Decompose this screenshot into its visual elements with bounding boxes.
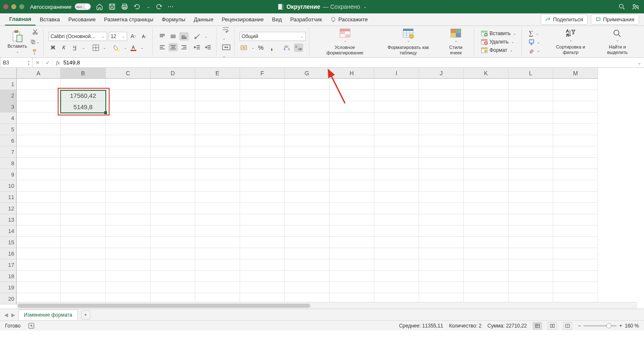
cell-H1[interactable] — [330, 79, 374, 90]
cell-G3[interactable] — [285, 101, 330, 113]
cell-B5[interactable] — [61, 124, 106, 135]
cell-G4[interactable] — [285, 113, 330, 124]
cell-H17[interactable] — [330, 259, 374, 271]
cell-B3[interactable]: 5149,8 — [61, 101, 106, 113]
cell-J4[interactable] — [419, 113, 464, 124]
row-header-8[interactable]: 8 — [0, 158, 17, 169]
cell-I3[interactable] — [374, 101, 419, 113]
cell-F7[interactable] — [240, 146, 285, 158]
cell-G19[interactable] — [285, 282, 330, 293]
cell-F16[interactable] — [240, 248, 285, 259]
cells-area[interactable]: 17560,425149,8 — [17, 79, 598, 304]
row-header-6[interactable]: 6 — [0, 135, 17, 146]
comments-button[interactable]: Примечания — [591, 14, 639, 25]
cell-G8[interactable] — [285, 158, 330, 169]
cell-D3[interactable] — [151, 101, 195, 113]
cell-L6[interactable] — [509, 135, 553, 146]
cell-K9[interactable] — [464, 169, 509, 180]
row-header-10[interactable]: 10 — [0, 180, 17, 192]
cell-E2[interactable] — [195, 90, 240, 101]
align-middle-icon[interactable] — [169, 32, 178, 41]
cell-I7[interactable] — [374, 146, 419, 158]
cell-G11[interactable] — [285, 192, 330, 203]
col-header-G[interactable]: G — [285, 68, 330, 79]
cell-F2[interactable] — [240, 90, 285, 101]
cell-G7[interactable] — [285, 146, 330, 158]
cell-K13[interactable] — [464, 214, 509, 225]
cell-B11[interactable] — [61, 192, 106, 203]
sort-filter-button[interactable]: AЯ ⌄ Сортировка и фильтр — [546, 28, 595, 55]
cell-G17[interactable] — [285, 259, 330, 271]
cell-J16[interactable] — [419, 248, 464, 259]
share-icon[interactable] — [631, 3, 640, 10]
fill-color-icon[interactable] — [112, 43, 121, 52]
row-header-13[interactable]: 13 — [0, 214, 17, 225]
cell-E12[interactable] — [195, 203, 240, 214]
fill-button[interactable]: ⌄ — [527, 38, 542, 46]
row-header-17[interactable]: 17 — [0, 259, 17, 271]
cell-A2[interactable] — [17, 90, 61, 101]
underline-button[interactable]: Ч — [70, 43, 79, 52]
cell-A9[interactable] — [17, 169, 61, 180]
cell-G18[interactable] — [285, 271, 330, 282]
cell-K10[interactable] — [464, 180, 509, 192]
cell-B8[interactable] — [61, 158, 106, 169]
cell-L4[interactable] — [509, 113, 553, 124]
col-header-H[interactable]: H — [330, 68, 374, 79]
cell-A5[interactable] — [17, 124, 61, 135]
cell-F19[interactable] — [240, 282, 285, 293]
cell-D11[interactable] — [151, 192, 195, 203]
tab-layout[interactable]: Разметка страницы — [100, 13, 158, 26]
cell-G16[interactable] — [285, 248, 330, 259]
cell-E13[interactable] — [195, 214, 240, 225]
cell-J14[interactable] — [419, 225, 464, 237]
align-right-icon[interactable] — [179, 43, 189, 51]
cell-E18[interactable] — [195, 271, 240, 282]
zoom-slider[interactable] — [583, 325, 617, 327]
cell-D17[interactable] — [151, 259, 195, 271]
row-header-2[interactable]: 2 — [0, 90, 17, 101]
increase-font-icon[interactable]: A↑ — [129, 32, 138, 41]
cell-G13[interactable] — [285, 214, 330, 225]
cell-H7[interactable] — [330, 146, 374, 158]
cell-J7[interactable] — [419, 146, 464, 158]
autosave-toggle[interactable]: Автосохранение вкл. — [30, 3, 91, 10]
cell-C2[interactable] — [106, 90, 151, 101]
cell-G2[interactable] — [285, 90, 330, 101]
delete-cells-button[interactable]: Удалить⌄ — [479, 38, 518, 46]
cell-J8[interactable] — [419, 158, 464, 169]
cell-K8[interactable] — [464, 158, 509, 169]
view-normal-icon[interactable] — [533, 322, 542, 330]
cell-I18[interactable] — [374, 271, 419, 282]
cell-M13[interactable] — [553, 214, 598, 225]
increase-indent-icon[interactable] — [204, 43, 213, 51]
cell-C6[interactable] — [106, 135, 151, 146]
cell-L3[interactable] — [509, 101, 553, 113]
cell-F17[interactable] — [240, 259, 285, 271]
tab-home[interactable]: Главная — [5, 13, 36, 26]
cell-L14[interactable] — [509, 225, 553, 237]
cell-L1[interactable] — [509, 79, 553, 90]
cell-D10[interactable] — [151, 180, 195, 192]
cell-J12[interactable] — [419, 203, 464, 214]
cell-I10[interactable] — [374, 180, 419, 192]
autosum-button[interactable]: ∑⌄ — [527, 29, 542, 38]
cell-H8[interactable] — [330, 158, 374, 169]
format-table-button[interactable]: ⌄ Форматировать как таблицу — [377, 27, 440, 56]
cell-styles-button[interactable]: ⌄ Стили ячеек — [441, 27, 471, 56]
cell-H19[interactable] — [330, 282, 374, 293]
cell-B13[interactable] — [61, 214, 106, 225]
cell-K3[interactable] — [464, 101, 509, 113]
cell-F4[interactable] — [240, 113, 285, 124]
cell-J2[interactable] — [419, 90, 464, 101]
cell-F12[interactable] — [240, 203, 285, 214]
cell-J5[interactable] — [419, 124, 464, 135]
col-header-M[interactable]: M — [553, 68, 598, 79]
cell-J17[interactable] — [419, 259, 464, 271]
row-header-15[interactable]: 15 — [0, 237, 17, 248]
cell-L19[interactable] — [509, 282, 553, 293]
cell-K4[interactable] — [464, 113, 509, 124]
cell-M9[interactable] — [553, 169, 598, 180]
col-header-J[interactable]: J — [419, 68, 464, 79]
tab-review[interactable]: Рецензирование — [217, 13, 268, 26]
